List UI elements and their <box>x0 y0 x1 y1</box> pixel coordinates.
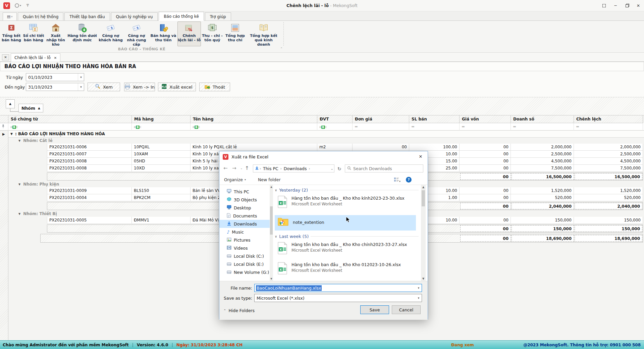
scroll-up-icon[interactable]: ▲ <box>270 186 273 188</box>
file-item-excel-1[interactable]: X Hàng tồn kho ban đầu _ Kho Kho kính202… <box>275 194 416 214</box>
chevron-down-icon[interactable]: ▾ <box>416 286 422 290</box>
breadcrumb-this-pc[interactable]: This PC <box>262 166 280 171</box>
ribbon-tong-hop-ket-qua-kinh-doanh[interactable]: Tổng hợp kết quả kinh doanh <box>247 21 280 46</box>
column-header-ten-hang[interactable]: Tên hàng <box>191 115 317 123</box>
filter-cell-ma-hang[interactable]: aBc <box>132 123 191 131</box>
master-group-row[interactable]: ▼ : BÁO CÁO LỢI NHUẬN THEO HÀNG HÓA <box>8 131 644 138</box>
chevron-down-icon[interactable]: ▾ <box>416 296 422 300</box>
from-date-combo[interactable]: 01/10/2023 ▾ <box>26 73 84 81</box>
to-date-dropdown-icon[interactable]: ▾ <box>78 83 84 91</box>
column-header-sl-ban[interactable]: SL bán <box>409 115 460 123</box>
ribbon-ban-hang-va-thu-tien[interactable]: Bán hàng và thu tiền <box>150 21 177 46</box>
file-item-excel-2[interactable]: X Hàng tồn kho ban đầu _ Kho Kho chính20… <box>275 241 416 260</box>
save-button[interactable]: Save <box>360 305 389 314</box>
print-preview-button[interactable]: Xem -> In <box>124 83 155 91</box>
tab-tro-giup[interactable]: Trợ giúp <box>205 12 231 20</box>
ribbon-tong-hop-thu-chi[interactable]: Tổng hợp thu chi <box>224 21 247 46</box>
ribbon-collapse-icon[interactable]: ⌃ <box>279 47 284 51</box>
close-all-tabs-button[interactable]: ✕ <box>2 54 9 60</box>
scrollbar-thumb[interactable] <box>422 190 425 206</box>
filter-cell-dvt[interactable]: aBc <box>317 123 353 131</box>
chevron-down-icon[interactable]: ∨ <box>275 188 277 192</box>
column-header-don-gia[interactable]: Đơn giá <box>353 115 409 123</box>
sidebar-item-videos[interactable]: Videos <box>219 244 270 252</box>
sidebar-item-local-disk-e[interactable]: Local Disk (E:) <box>219 260 270 268</box>
scroll-up-icon[interactable]: ▲ <box>421 186 426 189</box>
filter-cell-so-chung-tu[interactable]: aBc <box>8 123 132 131</box>
new-folder-button[interactable]: New folder <box>258 177 281 182</box>
sidebar-item-downloads[interactable]: Downloads <box>219 220 270 228</box>
column-header-dvt[interactable]: ĐVT <box>317 115 353 123</box>
ribbon-hang-ton-duoi-dinh-muc[interactable]: Hàng tồn dưới định mức <box>67 21 98 46</box>
restore-button[interactable] <box>624 3 630 9</box>
tab-thiet-lap-ban-dau[interactable]: Thiết lập ban đầu <box>64 12 110 20</box>
scroll-down-icon[interactable]: ▼ <box>270 278 273 280</box>
export-excel-button[interactable]: XLS Xuất excel <box>158 83 196 91</box>
fit-screen-button[interactable] <box>601 3 607 9</box>
file-name-input[interactable]: BaoCaoLoiNhuanBanHang.xlsx ▾ <box>254 284 422 292</box>
collapse-icon[interactable]: ▼ <box>18 212 20 215</box>
hide-folders-button[interactable]: ⌃ Hide Folders <box>223 306 255 315</box>
search-input[interactable] <box>353 166 414 171</box>
save-type-combo[interactable]: Microsoft Excel (*.xlsx) ▾ <box>254 294 422 302</box>
sidebar-item-new-volume-g[interactable]: New Volume (G:) <box>219 268 270 276</box>
group-chip-nhom[interactable]: Nhóm▲ <box>18 104 43 112</box>
back-icon[interactable]: ← <box>223 165 228 171</box>
file-item-note-extention[interactable]: note_extention <box>275 215 416 231</box>
refresh-icon[interactable]: ↻ <box>337 166 341 171</box>
column-header-doanh-so[interactable]: Doanh số <box>511 115 574 123</box>
ribbon-cong-no-khach-hang[interactable]: $ Công nợ khách hàng <box>98 21 123 46</box>
filter-cell-gia-von[interactable]: = <box>460 123 511 131</box>
filter-cell-doanh-so[interactable]: = <box>511 123 574 131</box>
close-button[interactable]: ✕ <box>635 3 641 9</box>
tab-bao-cao-thong-ke[interactable]: Báo cáo thống kê <box>159 12 204 20</box>
column-header-gia-von[interactable]: Giá vốn <box>460 115 511 123</box>
address-bar[interactable]: › This PC › Downloads › ⌄ <box>253 164 334 172</box>
sidebar-item-pictures[interactable]: Pictures <box>219 236 270 244</box>
column-header-so-chung-tu[interactable]: Số chứng từ <box>8 115 132 123</box>
breadcrumb-downloads[interactable]: Downloads <box>282 166 308 171</box>
filter-cell-chenh-lech[interactable]: = <box>574 123 643 131</box>
to-date-combo[interactable]: 31/10/2023 ▾ <box>26 83 84 91</box>
collapse-icon[interactable]: ▼ <box>10 132 13 136</box>
ribbon-thu-chi-ton-quy[interactable]: $ Thu - chi - tồn quỹ <box>202 21 223 46</box>
forward-icon[interactable]: → <box>232 165 236 171</box>
column-header-chenh-lech[interactable]: Chênh lệch <box>574 115 643 123</box>
file-item-excel-3[interactable]: X Hàng tồn kho ban đầu _ Kho Kho 012023-… <box>275 261 416 280</box>
organize-button[interactable]: Organize▾ <box>224 177 246 182</box>
ribbon-cong-no-nha-cung-cap[interactable]: $ Công nợ nhà cung cấp <box>124 21 149 46</box>
ribbon-tong-ket-ban-hang[interactable]: Σ Tổng kết bán hàng <box>1 21 22 46</box>
sidebar-item-music[interactable]: ♪Music <box>219 228 270 236</box>
column-header-ma-hang[interactable]: Mã hàng <box>132 115 191 123</box>
table-row[interactable]: PX20231031-0006 10PQXL Kính 10 ly PQXL c… <box>0 144 644 151</box>
scrollbar-thumb[interactable] <box>270 206 273 235</box>
sidebar-item-this-pc[interactable]: This PC <box>219 188 270 196</box>
ribbon-xuat-nhap-ton-kho[interactable]: Xuất nhập tồn kho <box>45 21 66 46</box>
recent-locations-icon[interactable]: ⌄ <box>240 166 243 170</box>
app-menu-button[interactable]: ▤▿ <box>3 12 17 20</box>
filter-cell-sl-ban[interactable]: = <box>409 123 460 131</box>
sort-button[interactable]: ▲ <box>6 99 15 108</box>
sidebar-scrollbar[interactable]: ▲ ▼ <box>270 185 273 281</box>
file-list-scrollbar[interactable]: ▲ ▼ <box>421 185 426 281</box>
sidebar-item-documents[interactable]: Documents <box>219 212 270 220</box>
cancel-button[interactable]: Cancel <box>392 305 421 314</box>
minimize-button[interactable]: ─ <box>612 3 619 9</box>
from-date-dropdown-icon[interactable]: ▾ <box>78 73 84 81</box>
collapse-icon[interactable]: ▼ <box>18 139 20 142</box>
view-options-icon[interactable]: ▾ <box>394 177 400 183</box>
scroll-down-icon[interactable]: ▼ <box>421 277 426 280</box>
ribbon-so-chi-tiet-ban-hang[interactable]: Σ Sổ chi tiết bán hàng <box>22 21 45 46</box>
tab-close-icon[interactable]: ✕ <box>54 56 57 60</box>
sidebar-item-local-disk-c[interactable]: Local Disk (C:) <box>219 252 270 260</box>
sidebar-item-desktop[interactable]: Desktop <box>219 204 270 212</box>
dialog-close-button[interactable]: ✕ <box>414 151 428 161</box>
view-button[interactable]: Xem <box>88 83 120 91</box>
collapse-icon[interactable]: ▼ <box>18 183 20 186</box>
search-box[interactable] <box>345 164 423 172</box>
filter-cell-ten-hang[interactable]: aBc <box>191 123 317 131</box>
file-group-yesterday[interactable]: ∨ Yesterday (2) <box>275 187 419 193</box>
up-icon[interactable]: ↑ <box>245 165 249 171</box>
help-icon[interactable]: ? <box>406 177 412 183</box>
tab-quan-tri-he-thong[interactable]: Quản trị hệ thống <box>18 12 63 20</box>
